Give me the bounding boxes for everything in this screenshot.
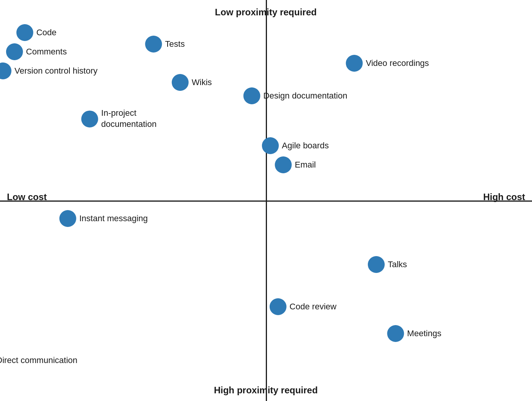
- dot-design-doc: [244, 87, 260, 104]
- dot-comments: [6, 43, 23, 60]
- dot-version-control: [0, 62, 12, 79]
- label-direct-communication: Direct communication: [0, 355, 77, 365]
- point-code-review: Code review: [270, 298, 336, 315]
- dot-in-project-doc: [81, 110, 98, 127]
- label-instant-messaging: Instant messaging: [79, 214, 148, 224]
- dot-tests: [145, 36, 162, 53]
- dot-talks: [368, 256, 385, 273]
- dot-code-review: [270, 298, 287, 315]
- label-code: Code: [36, 28, 57, 38]
- point-design-doc: Design documentation: [244, 87, 348, 104]
- point-meetings: Meetings: [387, 325, 441, 342]
- label-wikis: Wikis: [192, 77, 212, 87]
- dot-email: [275, 156, 292, 173]
- label-in-project-doc: In-project documentation: [101, 108, 156, 130]
- label-talks: Talks: [388, 260, 407, 270]
- point-talks: Talks: [368, 256, 407, 273]
- point-in-project-doc: In-project documentation: [81, 108, 156, 130]
- label-comments: Comments: [26, 47, 67, 57]
- label-version-control: Version control history: [15, 66, 97, 76]
- point-agile-boards: Agile boards: [262, 137, 329, 154]
- dot-instant-messaging: [59, 210, 76, 227]
- label-design-doc: Design documentation: [264, 91, 348, 101]
- dot-wikis: [172, 74, 189, 91]
- point-tests: Tests: [145, 36, 184, 53]
- label-meetings: Meetings: [407, 329, 441, 339]
- quadrant-chart: Low proximity required High proximity re…: [0, 0, 532, 401]
- label-video-recordings: Video recordings: [366, 58, 429, 68]
- point-comments: Comments: [6, 43, 67, 60]
- label-email: Email: [295, 160, 316, 170]
- point-instant-messaging: Instant messaging: [59, 210, 148, 227]
- point-email: Email: [275, 156, 316, 173]
- point-version-control: Version control history: [0, 62, 97, 79]
- dot-video-recordings: [346, 55, 363, 72]
- high-cost-label: High cost: [483, 192, 525, 202]
- low-cost-label: Low cost: [7, 192, 47, 202]
- point-wikis: Wikis: [172, 74, 212, 91]
- high-proximity-label: High proximity required: [214, 385, 318, 396]
- dot-agile-boards: [262, 137, 279, 154]
- label-tests: Tests: [165, 39, 184, 49]
- point-video-recordings: Video recordings: [346, 55, 429, 72]
- vertical-axis: [266, 0, 267, 401]
- low-proximity-label: Low proximity required: [215, 7, 316, 18]
- dot-code: [16, 24, 33, 41]
- point-direct-communication: Direct communication: [0, 352, 77, 369]
- label-code-review: Code review: [290, 302, 336, 312]
- point-code: Code: [16, 24, 57, 41]
- label-agile-boards: Agile boards: [282, 141, 329, 151]
- dot-meetings: [387, 325, 404, 342]
